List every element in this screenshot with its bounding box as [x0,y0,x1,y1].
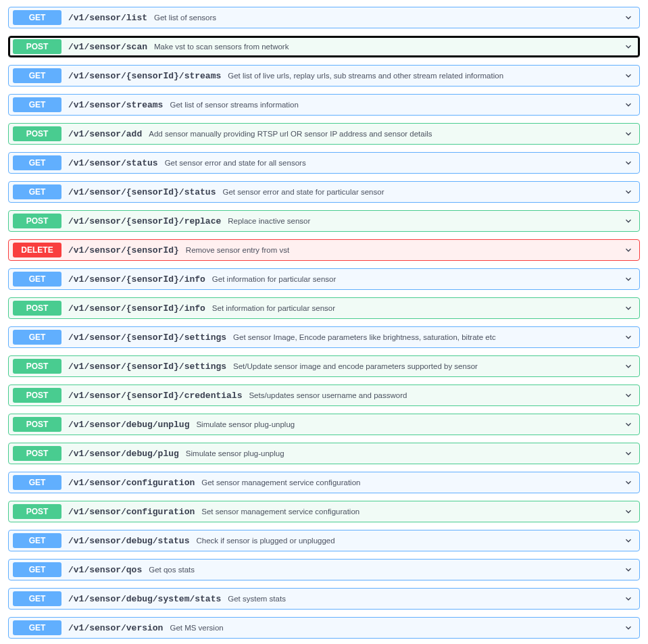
api-operation-row[interactable]: POST/v1/sensor/configurationSet sensor m… [8,501,640,522]
api-operation-summary[interactable]: GET/v1/sensor/statusGet sensor error and… [9,153,639,173]
chevron-down-icon[interactable] [622,69,635,82]
api-operation-row[interactable]: GET/v1/sensor/listGet list of sensors [8,7,640,28]
chevron-down-icon[interactable] [622,98,635,112]
chevron-down-icon[interactable] [622,127,635,141]
api-operation-summary[interactable]: GET/v1/sensor/{sensorId}/settingsGet sen… [9,327,639,347]
api-operation-summary[interactable]: POST/v1/sensor/addAdd sensor manually pr… [9,124,639,144]
api-operation-summary[interactable]: GET/v1/sensor/streamsGet list of sensor … [9,95,639,115]
api-operation-summary[interactable]: POST/v1/sensor/debug/unplugSimulate sens… [9,414,639,435]
api-description: Add sensor manually providing RTSP url O… [149,130,622,138]
api-operation-row[interactable]: GET/v1/sensor/streamsGet list of sensor … [8,94,640,116]
api-operation-row[interactable]: POST/v1/sensor/debug/unplugSimulate sens… [8,414,640,435]
chevron-down-icon[interactable] [622,389,635,402]
api-operation-summary[interactable]: GET/v1/sensor/qosGet qos stats [9,560,639,580]
api-operation-summary[interactable]: POST/v1/sensor/{sensorId}/replaceReplace… [9,211,639,231]
http-method-badge: GET [13,591,61,606]
api-operation-row[interactable]: POST/v1/sensor/scanMake vst to scan sens… [8,36,640,57]
api-operation-summary[interactable]: POST/v1/sensor/{sensorId}/infoSet inform… [9,298,639,318]
api-operation-summary[interactable]: GET/v1/sensor/{sensorId}/streamsGet list… [9,66,639,86]
chevron-down-icon[interactable] [622,301,635,315]
api-description: Replace inactive sensor [228,217,622,225]
http-method-badge: DELETE [13,243,61,257]
http-method-badge: POST [13,301,61,316]
api-operation-summary[interactable]: GET/v1/sensor/{sensorId}/infoGet informa… [9,269,639,289]
api-operation-row[interactable]: DELETE/v1/sensor/{sensorId}Remove sensor… [8,239,640,261]
api-operation-summary[interactable]: POST/v1/sensor/scanMake vst to scan sens… [9,36,639,57]
chevron-down-icon[interactable] [622,40,635,53]
api-operation-summary[interactable]: GET/v1/sensor/debug/statusCheck if senso… [9,530,639,551]
chevron-down-icon[interactable] [622,621,635,635]
api-operation-row[interactable]: GET/v1/sensor/qosGet qos stats [8,559,640,580]
api-operation-row[interactable]: POST/v1/sensor/{sensorId}/infoSet inform… [8,297,640,319]
http-method-badge: GET [13,475,61,490]
chevron-down-icon[interactable] [622,447,635,460]
http-method-badge: POST [13,39,61,54]
api-operation-summary[interactable]: POST/v1/sensor/debug/plugSimulate sensor… [9,443,639,464]
api-operation-row[interactable]: POST/v1/sensor/debug/plugSimulate sensor… [8,443,640,464]
http-method-badge: GET [13,562,61,577]
chevron-down-icon[interactable] [622,156,635,170]
http-method-badge: GET [13,10,61,25]
http-method-badge: GET [13,97,61,112]
chevron-down-icon[interactable] [622,330,635,344]
api-operation-row[interactable]: GET/v1/sensor/{sensorId}/streamsGet list… [8,65,640,86]
api-path: /v1/sensor/debug/status [68,536,189,546]
api-operation-summary[interactable]: POST/v1/sensor/{sensorId}/settingsSet/Up… [9,356,639,376]
api-path: /v1/sensor/add [68,129,142,139]
api-path: /v1/sensor/{sensorId}/replace [68,216,221,226]
api-operation-row[interactable]: GET/v1/sensor/debug/system/statsGet syst… [8,588,640,610]
api-path: /v1/sensor/{sensorId}/settings [68,332,226,343]
api-description: Get list of live urls, replay urls, sub … [228,72,622,80]
api-operation-row[interactable]: POST/v1/sensor/addAdd sensor manually pr… [8,123,640,145]
api-operation-row[interactable]: GET/v1/sensor/{sensorId}/statusGet senso… [8,181,640,203]
chevron-down-icon[interactable] [622,214,635,228]
api-operation-summary[interactable]: GET/v1/sensor/configurationGet sensor ma… [9,472,639,493]
chevron-down-icon[interactable] [622,272,635,286]
api-operation-summary[interactable]: GET/v1/sensor/versionGet MS version [9,618,639,638]
api-operation-row[interactable]: GET/v1/sensor/debug/statusCheck if senso… [8,530,640,551]
api-operation-summary[interactable]: GET/v1/sensor/listGet list of sensors [9,7,639,28]
api-path: /v1/sensor/version [68,623,163,633]
chevron-down-icon[interactable] [622,476,635,489]
http-method-badge: POST [13,126,61,141]
api-operation-summary[interactable]: GET/v1/sensor/{sensorId}/statusGet senso… [9,182,639,202]
api-path: /v1/sensor/debug/unplug [68,420,189,430]
chevron-down-icon[interactable] [622,563,635,576]
api-description: Set information for particular sensor [212,304,622,312]
api-description: Get MS version [170,624,622,632]
api-operation-row[interactable]: GET/v1/sensor/versionGet MS version [8,617,640,639]
api-operation-row[interactable]: GET/v1/sensor/{sensorId}/settingsGet sen… [8,326,640,348]
api-description: Get list of sensors [154,14,622,22]
chevron-down-icon[interactable] [622,534,635,547]
chevron-down-icon[interactable] [622,185,635,199]
api-operation-row[interactable]: POST/v1/sensor/{sensorId}/credentialsSet… [8,385,640,406]
api-operation-summary[interactable]: DELETE/v1/sensor/{sensorId}Remove sensor… [9,240,639,260]
api-operation-row[interactable]: POST/v1/sensor/{sensorId}/replaceReplace… [8,210,640,232]
http-method-badge: GET [13,272,61,287]
chevron-down-icon[interactable] [622,505,635,518]
api-operation-row[interactable]: GET/v1/sensor/{sensorId}/infoGet informa… [8,268,640,290]
chevron-down-icon[interactable] [622,360,635,373]
api-path: /v1/sensor/{sensorId}/status [68,187,216,197]
api-operation-summary[interactable]: POST/v1/sensor/configurationSet sensor m… [9,501,639,522]
chevron-down-icon[interactable] [622,243,635,257]
chevron-down-icon[interactable] [622,418,635,431]
api-description: Set sensor management service configurat… [201,507,622,516]
api-description: Sets/updates sensor username and passwor… [249,391,622,399]
api-operation-list: GET/v1/sensor/listGet list of sensorsPOS… [8,7,640,644]
api-operation-summary[interactable]: GET/v1/sensor/debug/system/statsGet syst… [9,589,639,609]
api-operation-row[interactable]: GET/v1/sensor/statusGet sensor error and… [8,152,640,174]
api-description: Get sensor error and state for all senso… [165,159,622,167]
api-path: /v1/sensor/scan [68,42,147,52]
chevron-down-icon[interactable] [622,11,635,24]
chevron-down-icon[interactable] [622,592,635,605]
api-operation-summary[interactable]: POST/v1/sensor/{sensorId}/credentialsSet… [9,385,639,405]
http-method-badge: POST [13,446,61,461]
api-operation-row[interactable]: GET/v1/sensor/configurationGet sensor ma… [8,472,640,493]
http-method-badge: GET [13,330,61,345]
api-path: /v1/sensor/{sensorId}/info [68,303,205,314]
api-operation-row[interactable]: POST/v1/sensor/{sensorId}/settingsSet/Up… [8,355,640,377]
api-path: /v1/sensor/{sensorId}/credentials [68,391,242,401]
api-description: Get information for particular sensor [212,275,622,283]
http-method-badge: POST [13,214,61,228]
